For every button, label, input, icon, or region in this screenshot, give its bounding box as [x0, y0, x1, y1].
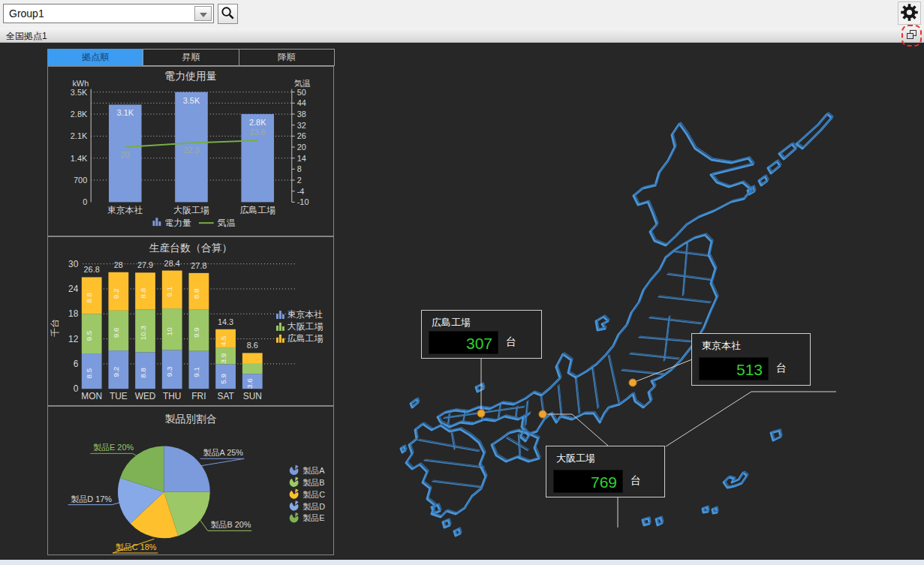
svg-text:生産台数（合算）: 生産台数（合算）	[149, 242, 233, 254]
svg-text:26: 26	[297, 131, 306, 140]
production-bars: 8.59.58.826.89.29.69.2288.810.38.827.99.…	[82, 259, 263, 389]
power-legend: 電力量気温	[152, 218, 235, 228]
svg-text:9.2: 9.2	[112, 288, 120, 299]
search-icon	[219, 5, 236, 22]
svg-text:-4: -4	[297, 187, 305, 196]
svg-text:9.1: 9.1	[192, 367, 200, 377]
svg-text:千台: 千台	[50, 319, 60, 338]
svg-text:大阪工場: 大阪工場	[173, 205, 209, 215]
svg-text:8.5: 8.5	[85, 368, 93, 378]
window-bottom-edge	[0, 560, 924, 565]
svg-text:20: 20	[297, 143, 306, 152]
svg-text:製品C: 製品C	[302, 490, 325, 499]
svg-text:3.6: 3.6	[245, 378, 254, 389]
product-share-chart: 製品別割合製品A 25%製品B 20%製品C 18%製品D 17%製品E 20%…	[48, 407, 333, 554]
svg-text:8.6: 8.6	[247, 341, 258, 350]
production-chart: 生産台数（合算）0612182430千台8.59.58.826.89.29.69…	[48, 237, 333, 405]
site-unit: 台	[776, 362, 787, 375]
production-panel: 生産台数（合算）0612182430千台8.59.58.826.89.29.69…	[47, 236, 334, 406]
svg-text:SAT: SAT	[217, 391, 233, 401]
tab-site-order[interactable]: 拠点順	[47, 49, 143, 66]
site-name: 東京本社	[702, 339, 741, 353]
svg-text:東京本社: 東京本社	[287, 309, 324, 320]
tab-ascending[interactable]: 昇順	[143, 49, 239, 66]
svg-text:2.8K: 2.8K	[249, 118, 266, 127]
svg-text:9.6: 9.6	[112, 327, 120, 338]
svg-text:38: 38	[297, 110, 306, 119]
svg-text:製品A: 製品A	[302, 466, 325, 475]
svg-text:MON: MON	[81, 391, 102, 401]
svg-text:30: 30	[68, 259, 79, 269]
svg-text:44: 44	[297, 98, 306, 107]
svg-text:2.8K: 2.8K	[71, 110, 88, 119]
svg-text:32: 32	[297, 121, 306, 130]
svg-text:電力量: 電力量	[164, 218, 191, 228]
svg-text:10.3: 10.3	[139, 326, 147, 341]
product-pie	[118, 446, 210, 538]
svg-text:電力使用量: 電力使用量	[164, 70, 216, 82]
site-unit: 台	[506, 335, 516, 349]
svg-text:12: 12	[68, 334, 78, 344]
svg-text:8.8: 8.8	[139, 287, 147, 298]
svg-text:22.3: 22.3	[183, 146, 199, 155]
svg-text:5.9: 5.9	[219, 373, 227, 383]
production-legend: 東京本社大阪工場広島工場	[276, 309, 323, 344]
svg-text:20: 20	[121, 150, 130, 159]
svg-text:18: 18	[68, 308, 79, 319]
svg-text:広島工場: 広島工場	[287, 333, 324, 344]
svg-text:2.1K: 2.1K	[71, 131, 88, 140]
svg-text:kWh: kWh	[72, 79, 89, 88]
svg-text:8.8: 8.8	[139, 367, 147, 377]
view-title-bar: 全国拠点1	[0, 28, 924, 43]
svg-text:9.9: 9.9	[192, 327, 200, 338]
svg-text:FRI: FRI	[191, 391, 206, 401]
chevron-down-icon	[200, 13, 207, 17]
product-share-panel: 製品別割合製品A 25%製品B 20%製品C 18%製品D 17%製品E 20%…	[47, 406, 334, 555]
svg-text:SUN: SUN	[243, 391, 262, 401]
svg-text:製品A 25%: 製品A 25%	[203, 448, 244, 457]
svg-text:製品D: 製品D	[302, 502, 325, 511]
svg-text:気温: 気温	[294, 79, 311, 88]
svg-text:700: 700	[74, 176, 87, 185]
pie-legend: 製品A製品B製品C製品D製品E	[290, 465, 326, 523]
svg-text:27.8: 27.8	[191, 261, 206, 270]
svg-text:0: 0	[74, 383, 79, 394]
svg-text:1.4K: 1.4K	[71, 154, 88, 163]
svg-text:広島工場: 広島工場	[239, 205, 275, 215]
svg-text:大阪工場: 大阪工場	[287, 321, 324, 332]
svg-text:東京本社: 東京本社	[107, 205, 143, 215]
settings-button[interactable]	[898, 2, 921, 25]
svg-text:THU: THU	[163, 391, 181, 401]
svg-text:WED: WED	[135, 391, 156, 401]
site-name: 大阪工場	[556, 452, 595, 465]
group-select-value: Group1	[9, 8, 44, 20]
site-value-display: 513	[699, 357, 769, 380]
svg-text:14: 14	[297, 154, 306, 163]
svg-text:製品B 20%: 製品B 20%	[211, 520, 251, 529]
svg-text:14.3: 14.3	[218, 317, 233, 326]
site-unit: 台	[631, 474, 641, 488]
site-card-hiroshima: 広島工場 307 台	[421, 310, 542, 359]
search-button[interactable]	[218, 4, 238, 24]
svg-text:8.8: 8.8	[85, 292, 93, 302]
combo-dropdown-button[interactable]	[194, 6, 212, 21]
gear-icon	[899, 2, 919, 23]
svg-text:3.5K: 3.5K	[71, 88, 88, 97]
svg-text:8: 8	[297, 164, 302, 173]
svg-text:24: 24	[68, 284, 79, 294]
tab-descending[interactable]: 降順	[239, 49, 335, 66]
svg-text:3.1K: 3.1K	[117, 108, 134, 117]
svg-text:TUE: TUE	[110, 391, 128, 401]
svg-text:製品E 20%: 製品E 20%	[93, 443, 134, 452]
svg-text:4.5: 4.5	[219, 335, 227, 346]
svg-text:製品別割合: 製品別割合	[164, 413, 216, 425]
svg-text:9.1: 9.1	[165, 286, 173, 296]
svg-text:9.2: 9.2	[112, 366, 120, 377]
svg-text:-10: -10	[297, 197, 309, 206]
group-select[interactable]: Group1	[3, 4, 214, 23]
svg-text:9.5: 9.5	[85, 330, 93, 341]
power-usage-chart: 電力使用量kWh気温07001.4K2.1K2.8K3.5K5044383226…	[48, 67, 333, 236]
svg-text:製品D 17%: 製品D 17%	[71, 494, 113, 503]
svg-text:50: 50	[297, 88, 306, 97]
svg-text:8.8: 8.8	[192, 288, 200, 299]
